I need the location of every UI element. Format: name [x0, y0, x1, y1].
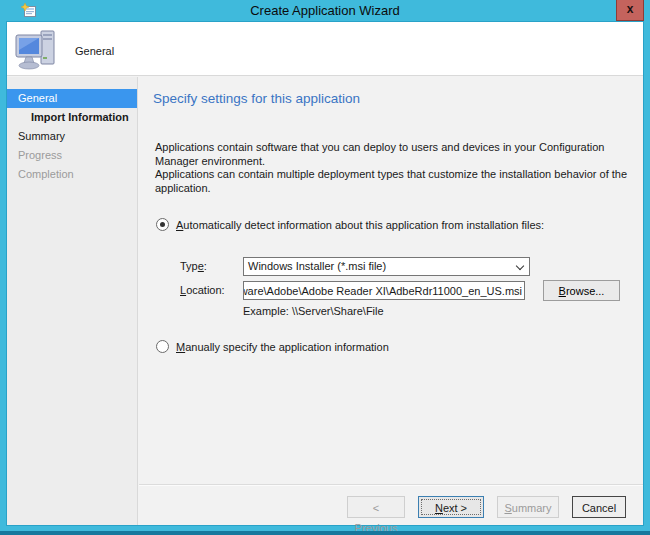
dialog-frame: General General Import Information Summa… — [7, 22, 643, 525]
description-text: Applications contain software that you c… — [155, 141, 637, 195]
sidebar-item-completion: Completion — [7, 165, 137, 184]
window-bottom-edge — [0, 531, 650, 535]
radio-auto-detect-label: Automatically detect information about t… — [176, 219, 544, 231]
description-line-2: Applications can contain multiple deploy… — [155, 168, 627, 194]
sidebar-item-progress: Progress — [7, 146, 137, 165]
summary-button: Summary — [497, 496, 559, 518]
radio-manual-specify[interactable]: Manually specify the application informa… — [156, 340, 389, 353]
chevron-down-icon — [516, 262, 524, 270]
banner-step-title: General — [75, 45, 114, 57]
browse-button[interactable]: Browse... — [543, 280, 620, 301]
location-input-value: ources$\Software\Adobe\Adobe Reader XI\A… — [243, 285, 522, 297]
create-application-wizard-window: Create Application Wizard x General Gene — [0, 0, 650, 535]
title-bar[interactable]: Create Application Wizard x — [0, 0, 650, 22]
radio-button-icon[interactable] — [156, 218, 169, 231]
sidebar-item-summary[interactable]: Summary — [7, 127, 137, 146]
wizard-steps-sidebar: General Import Information Summary Progr… — [7, 77, 138, 525]
location-label: Location: — [180, 284, 225, 296]
footer-separator — [139, 484, 643, 486]
type-dropdown-value: Windows Installer (*.msi file) — [248, 260, 386, 272]
location-input[interactable]: ources$\Software\Adobe\Adobe Reader XI\A… — [243, 281, 525, 300]
example-hint-text: Example: \\Server\Share\File — [243, 305, 384, 317]
radio-auto-detect[interactable]: Automatically detect information about t… — [156, 218, 544, 231]
page-title: Specify settings for this application — [153, 91, 360, 106]
close-icon[interactable]: x — [616, 0, 644, 21]
window-title: Create Application Wizard — [0, 3, 650, 18]
cancel-button[interactable]: Cancel — [572, 496, 626, 518]
radio-button-icon[interactable] — [156, 340, 169, 353]
previous-button: < Previous — [347, 496, 405, 518]
description-line-1: Applications contain software that you c… — [155, 141, 604, 167]
banner: General — [7, 22, 643, 76]
dialog-body: General Import Information Summary Progr… — [7, 77, 643, 525]
next-button[interactable]: Next > — [418, 496, 484, 518]
sidebar-item-general[interactable]: General — [7, 89, 137, 108]
main-panel: Specify settings for this application Ap… — [139, 77, 643, 525]
radio-manual-specify-label: Manually specify the application informa… — [176, 341, 389, 353]
sidebar-item-import-information[interactable]: Import Information — [7, 108, 137, 127]
type-label: Type: — [180, 260, 207, 272]
type-dropdown[interactable]: Windows Installer (*.msi file) — [243, 257, 530, 276]
footer-buttons: < Previous Next > Summary Cancel — [347, 496, 626, 518]
computer-icon — [14, 27, 60, 73]
